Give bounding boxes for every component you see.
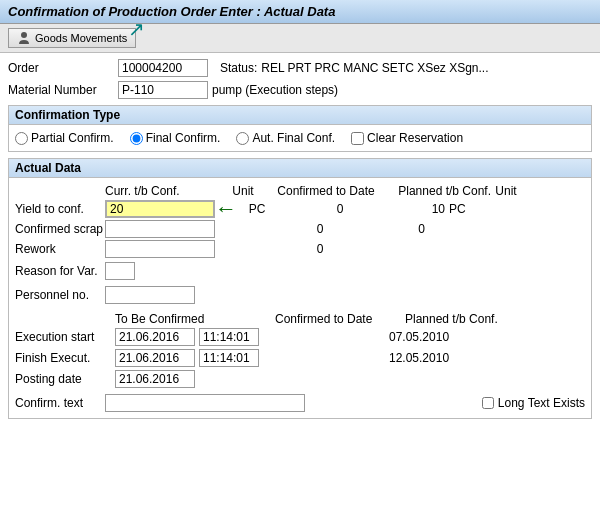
- svg-point-0: [21, 32, 27, 38]
- finish-execut-label: Finish Execut.: [15, 351, 115, 365]
- clear-reservation-label: Clear Reservation: [367, 131, 463, 145]
- material-row: Material Number pump (Execution steps): [8, 81, 592, 99]
- yield-label: Yield to conf.: [15, 202, 105, 216]
- datetime-header: To Be Confirmed Confirmed to Date Planne…: [15, 312, 585, 326]
- personnel-label: Personnel no.: [15, 288, 105, 302]
- scrap-label: Confirmed scrap: [15, 222, 105, 236]
- planned-conf-header: Planned t/b Conf.: [391, 184, 491, 198]
- confirmation-type-section: Confirmation Type Partial Confirm. Final…: [8, 105, 592, 152]
- title-bar: Confirmation of Production Order Enter :…: [0, 0, 600, 24]
- partial-confirm-radio[interactable]: [15, 132, 28, 145]
- confirmed-scrap-row: Confirmed scrap 0 0: [15, 220, 585, 238]
- yield-curr-input[interactable]: [105, 200, 215, 218]
- datetime-section: To Be Confirmed Confirmed to Date Planne…: [15, 312, 585, 388]
- aut-final-radio[interactable]: [236, 132, 249, 145]
- final-confirm-radio[interactable]: [130, 132, 143, 145]
- rework-curr-input[interactable]: [105, 240, 215, 258]
- confirm-text-input[interactable]: [105, 394, 305, 412]
- aut-final-label: Aut. Final Conf.: [252, 131, 335, 145]
- yield-confirmed: 0: [275, 202, 405, 216]
- clear-reservation-checkbox[interactable]: [351, 132, 364, 145]
- confirm-text-row: Confirm. text Long Text Exists: [15, 394, 585, 412]
- confirm-text-label: Confirm. text: [15, 396, 105, 410]
- posting-date-row: Posting date: [15, 370, 585, 388]
- partial-confirm-label: Partial Confirm.: [31, 131, 114, 145]
- status-value: REL PRT PRC MANC SETC XSez XSgn...: [261, 61, 488, 75]
- actual-data-title: Actual Data: [9, 159, 591, 178]
- unit2-header: Unit: [491, 184, 521, 198]
- reason-row: Reason for Var.: [15, 262, 585, 280]
- finish-planned-val: 12.05.2010: [389, 351, 449, 365]
- main-content: Order Status: REL PRT PRC MANC SETC XSez…: [0, 53, 600, 429]
- to-be-confirmed-header: To Be Confirmed: [115, 312, 275, 326]
- confirmation-type-title: Confirmation Type: [9, 106, 591, 125]
- status-label: Status:: [220, 61, 257, 75]
- scrap-planned: 0: [385, 222, 425, 236]
- actual-data-header: Curr. t/b Conf. Unit Confirmed to Date P…: [15, 184, 585, 198]
- goods-movements-button[interactable]: Goods Movements: [8, 28, 136, 48]
- finish-execut-date-input[interactable]: [115, 349, 195, 367]
- posting-date-label: Posting date: [15, 372, 115, 386]
- actual-data-content: Curr. t/b Conf. Unit Confirmed to Date P…: [9, 178, 591, 418]
- confirmation-type-content: Partial Confirm. Final Confirm. Aut. Fin…: [9, 125, 591, 151]
- rework-label: Rework: [15, 242, 105, 256]
- order-label: Order: [8, 61, 118, 75]
- confirmed-to-date-header: Confirmed to Date: [261, 184, 391, 198]
- actual-data-section: Actual Data Curr. t/b Conf. Unit Confirm…: [8, 158, 592, 419]
- execution-start-label: Execution start: [15, 330, 115, 344]
- material-label: Material Number: [8, 83, 118, 97]
- confirmed-to-date-dt-header: Confirmed to Date: [275, 312, 405, 326]
- order-input[interactable]: [118, 59, 208, 77]
- long-text-exists-area: Long Text Exists: [482, 396, 585, 410]
- execution-start-row: Execution start 07.05.2010: [15, 328, 585, 346]
- rework-confirmed: 0: [255, 242, 385, 256]
- goods-movements-label: Goods Movements: [35, 32, 127, 44]
- order-row: Order Status: REL PRT PRC MANC SETC XSez…: [8, 59, 592, 77]
- long-text-exists-checkbox[interactable]: [482, 397, 494, 409]
- radio-group: Partial Confirm. Final Confirm. Aut. Fin…: [15, 131, 585, 145]
- personnel-row: Personnel no.: [15, 286, 585, 304]
- person-icon: [17, 31, 31, 45]
- final-confirm-label: Final Confirm.: [146, 131, 221, 145]
- execution-start-date-input[interactable]: [115, 328, 195, 346]
- curr-conf-header: Curr. t/b Conf.: [105, 184, 225, 198]
- toolbar: Goods Movements ↗: [0, 24, 600, 53]
- rework-row: Rework 0: [15, 240, 585, 258]
- long-text-exists-label: Long Text Exists: [498, 396, 585, 410]
- final-confirm-option[interactable]: Final Confirm.: [130, 131, 221, 145]
- yield-row: Yield to conf. ← PC 0 10 PC: [15, 200, 585, 218]
- finish-execut-time-input[interactable]: [199, 349, 259, 367]
- reason-label: Reason for Var.: [15, 264, 105, 278]
- partial-confirm-option[interactable]: Partial Confirm.: [15, 131, 114, 145]
- reason-input[interactable]: [105, 262, 135, 280]
- yield-unit: PC: [239, 202, 275, 216]
- page-title: Confirmation of Production Order Enter :…: [8, 4, 335, 19]
- material-input[interactable]: [118, 81, 208, 99]
- arrow-green-icon: ←: [215, 196, 237, 222]
- clear-reservation-option[interactable]: Clear Reservation: [351, 131, 463, 145]
- scrap-confirmed: 0: [255, 222, 385, 236]
- planned-dt-header: Planned t/b Conf.: [405, 312, 505, 326]
- yield-planned-unit: PC: [449, 202, 479, 216]
- finish-execut-row: Finish Execut. 12.05.2010: [15, 349, 585, 367]
- execution-planned-val: 07.05.2010: [389, 330, 449, 344]
- scrap-curr-input[interactable]: [105, 220, 215, 238]
- material-description: pump (Execution steps): [212, 83, 338, 97]
- personnel-input[interactable]: [105, 286, 195, 304]
- execution-start-time-input[interactable]: [199, 328, 259, 346]
- aut-final-option[interactable]: Aut. Final Conf.: [236, 131, 335, 145]
- yield-planned: 10: [405, 202, 445, 216]
- posting-date-input[interactable]: [115, 370, 195, 388]
